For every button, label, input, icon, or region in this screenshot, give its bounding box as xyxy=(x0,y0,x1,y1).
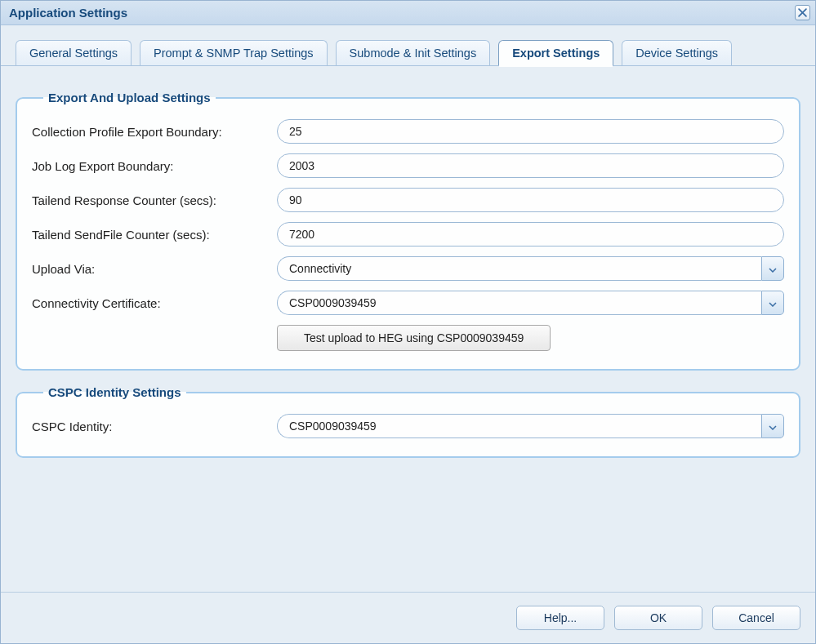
tailend-response-counter-label: Tailend Response Counter (secs): xyxy=(32,193,277,207)
identity-group-legend: CSPC Identity Settings xyxy=(43,385,186,399)
ok-button[interactable]: OK xyxy=(614,606,702,630)
upload-via-dropdown-trigger[interactable] xyxy=(761,256,784,281)
collection-profile-export-boundary-label: Collection Profile Export Boundary: xyxy=(32,125,277,139)
cspc-identity-dropdown-trigger[interactable] xyxy=(761,414,784,438)
chevron-down-icon xyxy=(769,262,777,275)
titlebar: Application Settings xyxy=(1,1,815,25)
tab-prompt-snmp-trap-settings[interactable]: Prompt & SNMP Trap Settings xyxy=(140,40,328,65)
connectivity-certificate-dropdown-trigger[interactable] xyxy=(761,291,784,315)
cspc-identity-select[interactable] xyxy=(277,414,784,438)
chevron-down-icon xyxy=(769,296,777,309)
export-and-upload-settings-group: Export And Upload Settings Collection Pr… xyxy=(16,91,800,371)
application-settings-window: Application Settings General Settings Pr… xyxy=(0,0,816,644)
settings-content: Export And Upload Settings Collection Pr… xyxy=(16,76,800,592)
job-log-export-boundary-label: Job Log Export Boundary: xyxy=(32,159,277,173)
collection-profile-export-boundary-input[interactable] xyxy=(277,119,784,144)
close-icon xyxy=(798,6,807,20)
job-log-export-boundary-input[interactable] xyxy=(277,153,784,178)
tailend-response-counter-input[interactable] xyxy=(277,188,784,212)
upload-via-value[interactable] xyxy=(277,256,761,281)
chevron-down-icon xyxy=(769,420,777,433)
export-group-legend: Export And Upload Settings xyxy=(43,91,216,104)
upload-via-label: Upload Via: xyxy=(32,262,277,276)
connectivity-certificate-select[interactable] xyxy=(277,291,784,315)
upload-via-select[interactable] xyxy=(277,256,784,281)
connectivity-certificate-label: Connectivity Certificate: xyxy=(32,296,277,310)
tailend-sendfile-counter-input[interactable] xyxy=(277,222,784,246)
tab-device-settings[interactable]: Device Settings xyxy=(622,40,732,65)
dialog-button-bar: Help... OK Cancel xyxy=(1,592,815,643)
tab-submode-init-settings[interactable]: Submode & Init Settings xyxy=(336,40,491,65)
help-button[interactable]: Help... xyxy=(516,606,604,630)
close-button[interactable] xyxy=(795,5,810,20)
tabbar: General Settings Prompt & SNMP Trap Sett… xyxy=(1,25,815,66)
connectivity-certificate-value[interactable] xyxy=(277,291,761,315)
test-upload-button[interactable]: Test upload to HEG using CSP0009039459 xyxy=(277,325,551,351)
cspc-identity-settings-group: CSPC Identity Settings CSPC Identity: xyxy=(16,385,800,458)
tailend-sendfile-counter-label: Tailend SendFile Counter (secs): xyxy=(32,228,277,242)
cspc-identity-label: CSPC Identity: xyxy=(32,420,277,433)
cancel-button[interactable]: Cancel xyxy=(712,606,800,630)
cspc-identity-value[interactable] xyxy=(277,414,761,438)
window-title: Application Settings xyxy=(9,6,127,20)
tab-export-settings[interactable]: Export Settings xyxy=(498,40,613,65)
tab-general-settings[interactable]: General Settings xyxy=(16,40,132,65)
